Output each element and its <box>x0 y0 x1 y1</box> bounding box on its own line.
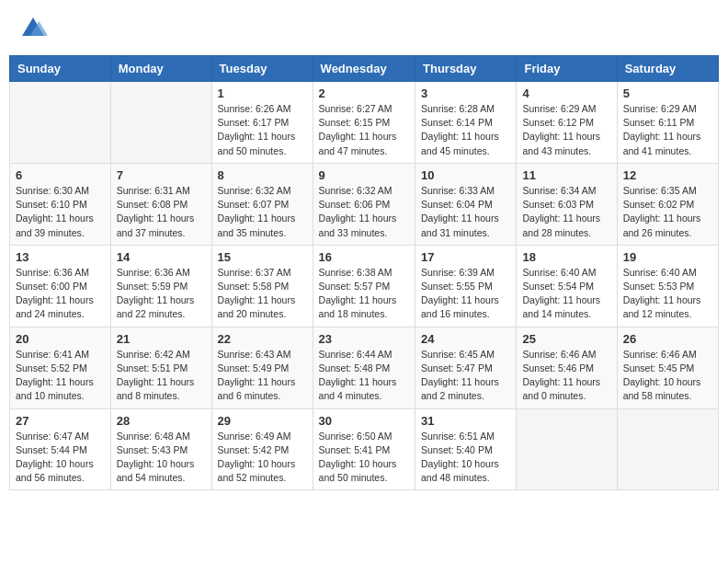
calendar-cell: 12Sunrise: 6:35 AM Sunset: 6:02 PM Dayli… <box>617 163 718 245</box>
calendar-cell: 15Sunrise: 6:37 AM Sunset: 5:58 PM Dayli… <box>211 245 313 327</box>
day-info: Sunrise: 6:46 AM Sunset: 5:45 PM Dayligh… <box>623 348 712 404</box>
week-row-5: 27Sunrise: 6:47 AM Sunset: 5:44 PM Dayli… <box>10 408 719 490</box>
calendar-cell: 20Sunrise: 6:41 AM Sunset: 5:52 PM Dayli… <box>10 327 111 408</box>
day-info: Sunrise: 6:31 AM Sunset: 6:08 PM Dayligh… <box>117 184 206 240</box>
calendar-cell: 7Sunrise: 6:31 AM Sunset: 6:08 PM Daylig… <box>110 163 211 245</box>
day-info: Sunrise: 6:34 AM Sunset: 6:03 PM Dayligh… <box>522 184 610 240</box>
calendar-cell: 30Sunrise: 6:50 AM Sunset: 5:41 PM Dayli… <box>313 408 415 490</box>
day-info: Sunrise: 6:27 AM Sunset: 6:15 PM Dayligh… <box>319 102 409 158</box>
calendar-cell: 21Sunrise: 6:42 AM Sunset: 5:51 PM Dayli… <box>110 327 211 408</box>
day-info: Sunrise: 6:32 AM Sunset: 6:07 PM Dayligh… <box>218 184 307 240</box>
day-number: 7 <box>117 168 206 182</box>
logo <box>18 14 51 43</box>
day-info: Sunrise: 6:32 AM Sunset: 6:06 PM Dayligh… <box>319 184 409 240</box>
day-info: Sunrise: 6:36 AM Sunset: 6:00 PM Dayligh… <box>16 266 105 322</box>
day-info: Sunrise: 6:36 AM Sunset: 5:59 PM Dayligh… <box>117 266 206 322</box>
calendar-cell: 17Sunrise: 6:39 AM Sunset: 5:55 PM Dayli… <box>415 245 517 327</box>
day-number: 21 <box>117 332 206 346</box>
day-info: Sunrise: 6:50 AM Sunset: 5:41 PM Dayligh… <box>319 430 409 486</box>
week-row-4: 20Sunrise: 6:41 AM Sunset: 5:52 PM Dayli… <box>10 327 719 408</box>
calendar-cell: 23Sunrise: 6:44 AM Sunset: 5:48 PM Dayli… <box>313 327 415 408</box>
calendar-cell: 9Sunrise: 6:32 AM Sunset: 6:06 PM Daylig… <box>313 163 415 245</box>
day-number: 4 <box>522 86 610 100</box>
day-number: 18 <box>522 250 610 264</box>
day-info: Sunrise: 6:42 AM Sunset: 5:51 PM Dayligh… <box>117 348 206 404</box>
col-header-sunday: Sunday <box>10 56 111 82</box>
day-info: Sunrise: 6:45 AM Sunset: 5:47 PM Dayligh… <box>421 348 510 404</box>
calendar-cell: 18Sunrise: 6:40 AM Sunset: 5:54 PM Dayli… <box>517 245 617 327</box>
day-number: 3 <box>421 86 510 100</box>
day-number: 16 <box>319 250 409 264</box>
day-info: Sunrise: 6:37 AM Sunset: 5:58 PM Dayligh… <box>218 266 307 322</box>
logo-icon <box>18 14 48 43</box>
week-row-3: 13Sunrise: 6:36 AM Sunset: 6:00 PM Dayli… <box>10 245 719 327</box>
calendar-cell <box>617 408 718 490</box>
calendar-cell <box>110 82 211 164</box>
calendar-cell: 19Sunrise: 6:40 AM Sunset: 5:53 PM Dayli… <box>617 245 718 327</box>
day-number: 27 <box>16 414 105 428</box>
calendar-cell: 16Sunrise: 6:38 AM Sunset: 5:57 PM Dayli… <box>313 245 415 327</box>
col-header-monday: Monday <box>110 56 211 82</box>
calendar-cell <box>10 82 111 164</box>
day-number: 24 <box>421 332 510 346</box>
col-header-thursday: Thursday <box>415 56 517 82</box>
calendar-cell: 24Sunrise: 6:45 AM Sunset: 5:47 PM Dayli… <box>415 327 517 408</box>
day-number: 23 <box>319 332 409 346</box>
day-number: 20 <box>16 332 105 346</box>
page-header <box>9 9 719 48</box>
day-info: Sunrise: 6:44 AM Sunset: 5:48 PM Dayligh… <box>319 348 409 404</box>
week-row-1: 1Sunrise: 6:26 AM Sunset: 6:17 PM Daylig… <box>10 82 719 164</box>
day-number: 31 <box>421 414 510 428</box>
day-info: Sunrise: 6:40 AM Sunset: 5:53 PM Dayligh… <box>623 266 712 322</box>
day-number: 17 <box>421 250 510 264</box>
calendar-cell <box>517 408 617 490</box>
day-info: Sunrise: 6:47 AM Sunset: 5:44 PM Dayligh… <box>16 430 105 486</box>
day-number: 29 <box>218 414 307 428</box>
calendar-cell: 31Sunrise: 6:51 AM Sunset: 5:40 PM Dayli… <box>415 408 517 490</box>
day-number: 5 <box>623 86 712 100</box>
calendar-table: SundayMondayTuesdayWednesdayThursdayFrid… <box>9 55 719 490</box>
calendar-cell: 27Sunrise: 6:47 AM Sunset: 5:44 PM Dayli… <box>10 408 111 490</box>
day-info: Sunrise: 6:41 AM Sunset: 5:52 PM Dayligh… <box>16 348 105 404</box>
calendar-cell: 11Sunrise: 6:34 AM Sunset: 6:03 PM Dayli… <box>517 163 617 245</box>
day-number: 8 <box>218 168 307 182</box>
day-info: Sunrise: 6:39 AM Sunset: 5:55 PM Dayligh… <box>421 266 510 322</box>
day-number: 26 <box>623 332 712 346</box>
day-number: 10 <box>421 168 510 182</box>
calendar-cell: 5Sunrise: 6:29 AM Sunset: 6:11 PM Daylig… <box>617 82 718 164</box>
day-number: 6 <box>16 168 105 182</box>
day-number: 1 <box>218 86 307 100</box>
calendar-cell: 28Sunrise: 6:48 AM Sunset: 5:43 PM Dayli… <box>110 408 211 490</box>
day-info: Sunrise: 6:29 AM Sunset: 6:11 PM Dayligh… <box>623 102 712 158</box>
day-info: Sunrise: 6:49 AM Sunset: 5:42 PM Dayligh… <box>218 430 307 486</box>
calendar-cell: 4Sunrise: 6:29 AM Sunset: 6:12 PM Daylig… <box>517 82 617 164</box>
day-info: Sunrise: 6:38 AM Sunset: 5:57 PM Dayligh… <box>319 266 409 322</box>
calendar-cell: 3Sunrise: 6:28 AM Sunset: 6:14 PM Daylig… <box>415 82 517 164</box>
day-number: 9 <box>319 168 409 182</box>
day-number: 15 <box>218 250 307 264</box>
calendar-cell: 2Sunrise: 6:27 AM Sunset: 6:15 PM Daylig… <box>313 82 415 164</box>
day-number: 22 <box>218 332 307 346</box>
col-header-wednesday: Wednesday <box>313 56 415 82</box>
calendar-cell: 22Sunrise: 6:43 AM Sunset: 5:49 PM Dayli… <box>211 327 313 408</box>
col-header-saturday: Saturday <box>617 56 718 82</box>
day-info: Sunrise: 6:30 AM Sunset: 6:10 PM Dayligh… <box>16 184 105 240</box>
calendar-cell: 29Sunrise: 6:49 AM Sunset: 5:42 PM Dayli… <box>211 408 313 490</box>
calendar-header-row: SundayMondayTuesdayWednesdayThursdayFrid… <box>10 56 719 82</box>
day-info: Sunrise: 6:29 AM Sunset: 6:12 PM Dayligh… <box>522 102 610 158</box>
day-info: Sunrise: 6:43 AM Sunset: 5:49 PM Dayligh… <box>218 348 307 404</box>
day-number: 14 <box>117 250 206 264</box>
day-info: Sunrise: 6:28 AM Sunset: 6:14 PM Dayligh… <box>421 102 510 158</box>
day-info: Sunrise: 6:35 AM Sunset: 6:02 PM Dayligh… <box>623 184 712 240</box>
day-info: Sunrise: 6:46 AM Sunset: 5:46 PM Dayligh… <box>522 348 610 404</box>
calendar-cell: 10Sunrise: 6:33 AM Sunset: 6:04 PM Dayli… <box>415 163 517 245</box>
day-number: 12 <box>623 168 712 182</box>
week-row-2: 6Sunrise: 6:30 AM Sunset: 6:10 PM Daylig… <box>10 163 719 245</box>
calendar-cell: 13Sunrise: 6:36 AM Sunset: 6:00 PM Dayli… <box>10 245 111 327</box>
day-number: 2 <box>319 86 409 100</box>
day-info: Sunrise: 6:51 AM Sunset: 5:40 PM Dayligh… <box>421 430 510 486</box>
day-info: Sunrise: 6:40 AM Sunset: 5:54 PM Dayligh… <box>522 266 610 322</box>
day-info: Sunrise: 6:26 AM Sunset: 6:17 PM Dayligh… <box>218 102 307 158</box>
calendar-cell: 6Sunrise: 6:30 AM Sunset: 6:10 PM Daylig… <box>10 163 111 245</box>
day-number: 13 <box>16 250 105 264</box>
